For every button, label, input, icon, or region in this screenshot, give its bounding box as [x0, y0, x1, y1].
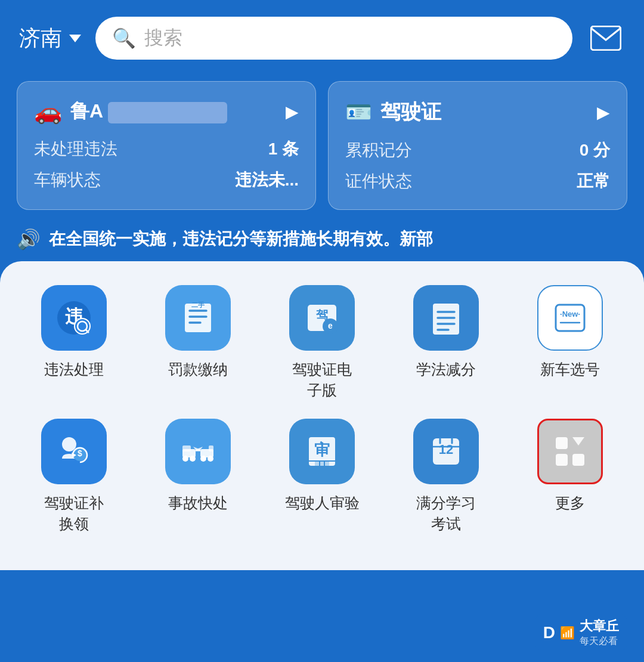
license-title: 驾驶证	[380, 98, 589, 126]
cert-status-label: 证件状态	[345, 170, 412, 193]
svg-point-33	[200, 456, 206, 462]
search-icon: 🔍	[112, 27, 136, 50]
vehicle-card-header: 🚗 鲁A ▶	[34, 98, 299, 125]
accident-icon	[179, 432, 217, 471]
score-label: 累积记分	[345, 139, 412, 162]
audit-icon: 审	[303, 432, 341, 471]
violation-icon-wrap: 违	[41, 285, 107, 351]
search-placeholder: 搜索	[144, 25, 182, 51]
menu-item-fine[interactable]: 二手 罚款缴纳	[136, 285, 260, 401]
svg-text:审: 审	[314, 441, 330, 459]
audit-label: 驾驶人审验	[285, 493, 360, 513]
menu-row-1: 违 违法处理 二手 罚款缴纳	[12, 285, 632, 401]
logo-wifi: 📶	[560, 626, 575, 640]
accident-icon-wrap	[165, 419, 231, 484]
violation-icon: 违	[55, 299, 93, 337]
fine-label: 罚款缴纳	[168, 359, 228, 380]
fullstudy-icon: 12	[427, 432, 465, 471]
svg-text:e: e	[328, 321, 333, 330]
chevron-down-icon	[69, 35, 81, 42]
plate-prefix: 鲁A	[70, 98, 277, 125]
elicense-icon: 驾 e	[303, 299, 341, 337]
license-card-header: 🪪 驾驶证 ▶	[345, 98, 610, 126]
svg-rect-0	[591, 26, 621, 50]
more-icon	[551, 432, 589, 471]
menu-item-more[interactable]: 更多	[508, 419, 632, 534]
menu-item-fullstudy[interactable]: 12 满分学习 考试	[384, 419, 508, 534]
vehicle-status-row: 车辆状态 违法未...	[34, 169, 299, 191]
cert-status-value: 正常	[577, 170, 610, 193]
menu-item-newplate[interactable]: ·New· 新车选号	[508, 285, 632, 401]
license-arrow: ▶	[597, 103, 610, 122]
menu-item-audit[interactable]: 审 驾驶人审验	[260, 419, 384, 534]
menu-item-violation[interactable]: 违 违法处理	[12, 285, 136, 401]
mail-icon[interactable]	[587, 19, 625, 57]
city-selector[interactable]: 济南	[19, 24, 81, 53]
menu-item-elicense[interactable]: 驾 e 驾驶证电 子版	[260, 285, 384, 401]
svg-point-34	[208, 456, 213, 462]
svg-point-30	[190, 456, 196, 462]
city-name: 济南	[19, 24, 62, 53]
svg-text:·New·: ·New·	[560, 310, 580, 318]
search-bar[interactable]: 🔍 搜索	[95, 17, 572, 60]
speaker-icon: 🔊	[17, 228, 41, 250]
vehicle-arrow: ▶	[286, 102, 299, 122]
logo-box: D 📶 大章丘 每天必看	[535, 614, 627, 651]
menu-item-study[interactable]: 学法减分	[384, 285, 508, 401]
svg-text:12: 12	[439, 442, 453, 457]
svg-rect-50	[556, 454, 568, 466]
menu-item-renew[interactable]: $ 驾驶证补 换领	[12, 419, 136, 534]
cert-status-row: 证件状态 正常	[345, 170, 610, 193]
svg-rect-28	[182, 446, 191, 451]
logo-d: D	[543, 623, 555, 642]
violation-row: 未处理违法 1 条	[34, 138, 299, 160]
renew-icon-wrap: $	[41, 419, 107, 484]
renew-icon: $	[55, 432, 93, 471]
accident-label: 事故快处	[168, 493, 228, 513]
svg-marker-49	[572, 437, 584, 446]
id-card-icon: 🪪	[345, 100, 372, 125]
svg-rect-51	[572, 454, 584, 466]
fine-icon-wrap: 二手	[165, 285, 231, 351]
notice-bar: 🔊 在全国统一实施，违法记分等新措施长期有效。新部	[0, 222, 644, 256]
study-icon	[427, 299, 465, 337]
score-row: 累积记分 0 分	[345, 139, 610, 162]
cards-section: 🚗 鲁A ▶ 未处理违法 1 条 车辆状态 违法未... 🪪 驾驶证 ▶ 累积记…	[0, 72, 644, 222]
elicense-icon-wrap: 驾 e	[289, 285, 355, 351]
newplate-icon-wrap: ·New·	[537, 285, 603, 351]
menu-item-accident[interactable]: 事故快处	[136, 419, 260, 534]
fullstudy-icon-wrap: 12	[413, 419, 479, 484]
study-label: 学法减分	[416, 359, 476, 380]
audit-icon-wrap: 审	[289, 419, 355, 484]
vehicle-status-value: 违法未...	[235, 169, 299, 191]
header: 济南 🔍 搜索	[0, 0, 644, 72]
fine-icon: 二手	[179, 299, 217, 337]
more-label: 更多	[555, 493, 585, 513]
svg-text:$: $	[78, 448, 82, 458]
violation-label: 未处理违法	[34, 138, 117, 160]
newplate-icon: ·New·	[551, 299, 589, 337]
score-value: 0 分	[580, 139, 610, 162]
fullstudy-label: 满分学习 考试	[416, 493, 476, 534]
svg-text:驾: 驾	[315, 308, 328, 321]
logo-text-wrap: 大章丘 每天必看	[580, 617, 619, 648]
more-icon-wrap	[537, 419, 603, 484]
bottom-logo: D 📶 大章丘 每天必看	[535, 614, 627, 651]
svg-rect-48	[556, 437, 568, 449]
study-icon-wrap	[413, 285, 479, 351]
newplate-label: 新车选号	[540, 359, 600, 380]
car-icon: 🚗	[34, 98, 62, 125]
renew-label: 驾驶证补 换领	[44, 493, 104, 534]
notice-text: 在全国统一实施，违法记分等新措施长期有效。新部	[49, 228, 433, 250]
vehicle-status-label: 车辆状态	[34, 169, 101, 191]
license-card[interactable]: 🪪 驾驶证 ▶ 累积记分 0 分 证件状态 正常	[328, 81, 627, 210]
mail-svg	[590, 26, 621, 51]
svg-rect-32	[209, 446, 213, 451]
vehicle-card[interactable]: 🚗 鲁A ▶ 未处理违法 1 条 车辆状态 违法未...	[17, 81, 316, 210]
logo-tagline: 每天必看	[580, 635, 619, 648]
menu-row-2: $ 驾驶证补 换领	[12, 419, 632, 534]
svg-point-23	[62, 437, 76, 451]
svg-point-29	[182, 456, 188, 462]
violation-value: 1 条	[268, 138, 299, 160]
elicense-label: 驾驶证电 子版	[292, 359, 352, 401]
